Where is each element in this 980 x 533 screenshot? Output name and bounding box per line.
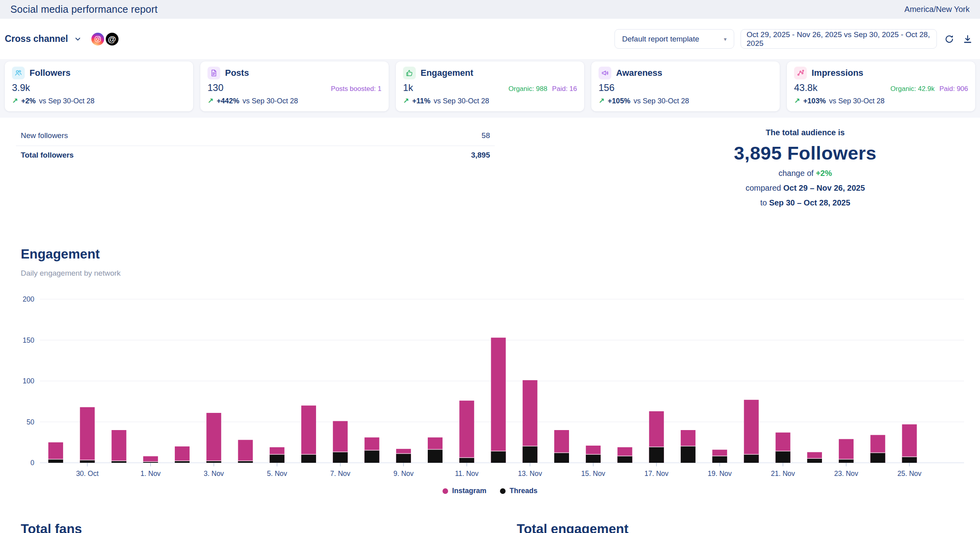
impressions-icon	[794, 67, 807, 79]
total-engagement-title: Total engagement	[517, 521, 980, 533]
kpi-value: 130	[207, 82, 223, 93]
engagement-title: Engagement	[21, 247, 980, 262]
date-range-value: Oct 29, 2025 - Nov 26, 2025 vs Sep 30, 2…	[747, 30, 931, 48]
svg-text:200: 200	[23, 295, 34, 303]
kpi-title: Awareness	[616, 68, 662, 78]
kpi-card-awareness: Awareness 156 ↗ +105% vs Sep 30-Oct 28	[591, 61, 780, 111]
posts-icon	[207, 67, 220, 79]
total-fans-title: Total fans	[21, 521, 517, 533]
kpi-delta: ↗ +105% vs Sep 30-Oct 28	[599, 97, 773, 105]
svg-text:3. Nov: 3. Nov	[204, 470, 224, 478]
kpi-value: 3.9k	[12, 82, 30, 93]
trend-up-icon: ↗	[599, 97, 605, 105]
audience-headline: 3,895 Followers	[650, 142, 961, 164]
trend-up-icon: ↗	[207, 97, 213, 105]
engagement-chart: 05010015020030. Oct1. Nov3. Nov5. Nov7. …	[15, 290, 965, 480]
posts-boosted-label: Posts boosted: 1	[331, 85, 381, 93]
kpi-value: 1k	[403, 82, 413, 93]
trend-up-icon: ↗	[12, 97, 18, 105]
kpi-title: Engagement	[421, 68, 473, 78]
total-fans-section: Total fans Total fans across networks	[21, 521, 517, 533]
engagement-chart-wrap: 05010015020030. Oct1. Nov3. Nov5. Nov7. …	[15, 290, 965, 495]
svg-text:30. Oct: 30. Oct	[76, 470, 99, 478]
instagram-legend-dot	[443, 488, 448, 494]
trend-up-icon: ↗	[403, 97, 409, 105]
kpi-card-posts: Posts 130 Posts boosted: 1 ↗ +442% vs Se…	[200, 61, 389, 111]
svg-text:0: 0	[30, 459, 34, 467]
refresh-button[interactable]	[943, 33, 955, 45]
kpi-delta: ↗ +442% vs Sep 30-Oct 28	[207, 97, 381, 105]
paid-label: Paid: 16	[552, 85, 577, 93]
page-title: Social media performance report	[10, 4, 158, 15]
kpi-value: 43.8k	[794, 82, 818, 93]
channel-selector-label: Cross channel	[5, 34, 68, 44]
svg-text:9. Nov: 9. Nov	[393, 470, 414, 478]
table-row-total-followers: Total followers 3,895	[16, 146, 495, 165]
legend-item-instagram[interactable]: Instagram	[443, 487, 486, 495]
channel-selector[interactable]: Cross channel @	[5, 33, 119, 45]
caret-down-icon: ▾	[724, 36, 727, 42]
organic-label: Organic: 42.9k	[891, 85, 935, 93]
awareness-icon	[599, 67, 611, 79]
threads-icon[interactable]: @	[106, 33, 119, 45]
audience-compare-line: compared Oct 29 – Nov 26, 2025	[650, 182, 961, 193]
download-button[interactable]	[962, 33, 974, 45]
svg-text:21. Nov: 21. Nov	[771, 470, 795, 478]
kpi-delta: ↗ +11% vs Sep 30-Oct 28	[403, 97, 577, 105]
refresh-icon	[944, 34, 954, 44]
engagement-section-header: Engagement Daily engagement by network	[21, 247, 980, 278]
chevron-down-icon[interactable]	[74, 35, 82, 43]
svg-text:11. Nov: 11. Nov	[455, 470, 478, 478]
audience-change-line: change of +2%	[650, 168, 961, 179]
audience-intro: The total audience is	[650, 128, 961, 137]
threads-legend-dot	[500, 488, 506, 494]
svg-text:50: 50	[27, 418, 35, 426]
kpi-title: Followers	[30, 68, 71, 78]
svg-text:13. Nov: 13. Nov	[518, 470, 542, 478]
kpi-card-impressions: Impressions 43.8k Organic: 42.9k Paid: 9…	[787, 61, 975, 111]
report-template-select[interactable]: Default report template ▾	[614, 29, 734, 49]
svg-text:5. Nov: 5. Nov	[267, 470, 287, 478]
kpi-title: Impressions	[812, 68, 863, 78]
followers-table: New followers 58 Total followers 3,895	[0, 126, 495, 208]
kpi-card-row: Followers 3.9k ↗ +2% vs Sep 30-Oct 28 Po…	[0, 59, 980, 118]
toolbar: Cross channel @ Default report template …	[0, 19, 980, 59]
audience-summary: The total audience is 3,895 Followers ch…	[650, 126, 961, 208]
paid-label: Paid: 906	[939, 85, 968, 93]
engagement-icon	[403, 67, 416, 79]
kpi-value: 156	[599, 82, 614, 93]
footer-sections: Total fans Total fans across networks To…	[0, 521, 980, 533]
kpi-card-followers: Followers 3.9k ↗ +2% vs Sep 30-Oct 28	[5, 61, 193, 111]
svg-text:25. Nov: 25. Nov	[897, 470, 922, 478]
organic-label: Organic: 988	[508, 85, 547, 93]
trend-up-icon: ↗	[794, 97, 800, 105]
svg-text:19. Nov: 19. Nov	[708, 470, 732, 478]
toolbar-right: Default report template ▾ Oct 29, 2025 -…	[614, 29, 974, 49]
download-icon	[962, 34, 973, 44]
total-engagement-section: Total engagement Total engagement across…	[517, 521, 980, 533]
followers-icon	[12, 67, 25, 79]
legend-item-threads[interactable]: Threads	[500, 487, 537, 495]
kpi-delta: ↗ +2% vs Sep 30-Oct 28	[12, 97, 186, 105]
audience-base-line: to Sep 30 – Oct 28, 2025	[650, 197, 961, 208]
svg-text:17. Nov: 17. Nov	[644, 470, 669, 478]
instagram-icon[interactable]	[91, 33, 104, 45]
svg-text:100: 100	[23, 377, 34, 385]
svg-text:15. Nov: 15. Nov	[581, 470, 606, 478]
kpi-card-engagement: Engagement 1k Organic: 988 Paid: 16 ↗ +1…	[396, 61, 584, 111]
network-icons: @	[91, 33, 119, 45]
date-range-picker[interactable]: Oct 29, 2025 - Nov 26, 2025 vs Sep 30, 2…	[741, 29, 937, 49]
summary-row: New followers 58 Total followers 3,895 T…	[0, 126, 980, 208]
audience-change-value: +2%	[816, 169, 832, 178]
svg-text:150: 150	[23, 336, 34, 344]
kpi-delta: ↗ +103% vs Sep 30-Oct 28	[794, 97, 968, 105]
table-row-new-followers: New followers 58	[16, 126, 495, 146]
engagement-subtitle: Daily engagement by network	[21, 269, 980, 278]
top-strip: Social media performance report America/…	[0, 0, 980, 19]
svg-text:1. Nov: 1. Nov	[140, 470, 161, 478]
report-template-value: Default report template	[622, 35, 699, 43]
svg-text:23. Nov: 23. Nov	[834, 470, 858, 478]
timezone-label: America/New York	[905, 5, 970, 14]
chart-legend: Instagram Threads	[15, 487, 965, 495]
kpi-title: Posts	[225, 68, 249, 78]
